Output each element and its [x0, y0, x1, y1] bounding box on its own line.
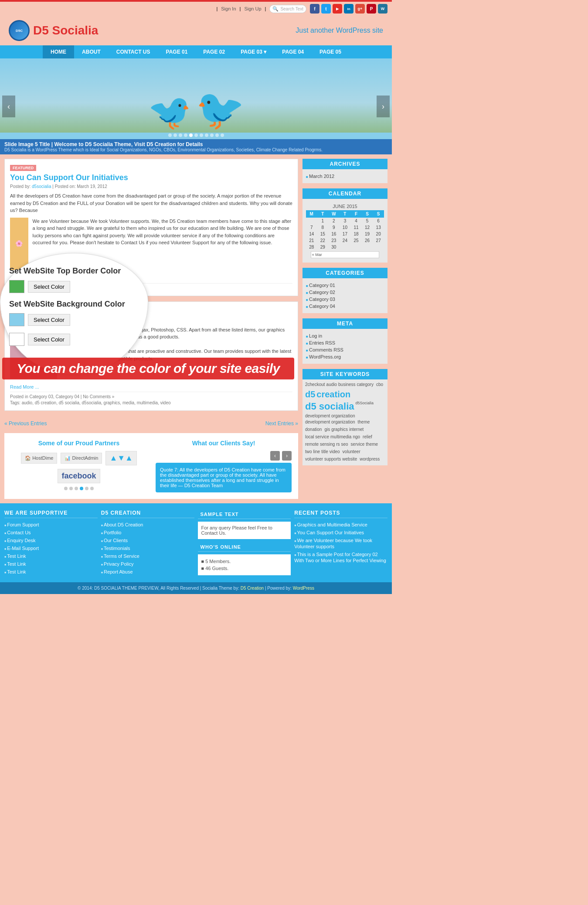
footer-tos[interactable]: Terms of Service [104, 553, 139, 559]
partner-dot-6[interactable] [90, 487, 94, 490]
nav-about[interactable]: ABOUT [74, 45, 109, 58]
nav-page03[interactable]: PAGE 03 ▾ [233, 45, 274, 58]
footer-contact-us[interactable]: Contact Us [7, 530, 31, 535]
bg-select-color-button-2[interactable]: Select Color [28, 334, 70, 345]
nav-home[interactable]: HOME [43, 45, 74, 58]
kw-multimedia[interactable]: multimedia [330, 434, 351, 441]
kw-creation[interactable]: creation [316, 389, 350, 400]
partner-dot-5[interactable] [85, 487, 88, 490]
footer-privacy[interactable]: Privacy Policy [104, 561, 133, 567]
kw-theme2[interactable]: theme [366, 442, 378, 448]
nav-page01[interactable]: PAGE 01 [158, 45, 196, 58]
kw-gis[interactable]: gis [324, 427, 330, 433]
dot-7[interactable] [200, 133, 203, 137]
kw-audio[interactable]: audio [326, 382, 337, 388]
kw-devorg[interactable]: development organization [305, 413, 355, 418]
cat-04[interactable]: Category 04 [309, 304, 335, 309]
recent-post-3[interactable]: We are Volunteer because We took Volunte… [294, 538, 372, 549]
prev-entries[interactable]: « Previous Entries [4, 420, 47, 427]
calendar-nav[interactable] [311, 251, 380, 258]
cat-02[interactable]: Category 02 [309, 290, 335, 295]
cat-01[interactable]: Category 01 [309, 283, 335, 288]
twitter-icon[interactable]: t [321, 4, 331, 14]
footer-forum-support[interactable]: Forum Support [7, 522, 39, 527]
signup-link[interactable]: Sign Up [244, 6, 261, 11]
kw-volunteer[interactable]: volunteer [343, 449, 360, 455]
recent-post-4[interactable]: This is a Sample Post for Category 02 Wi… [294, 552, 386, 563]
dot-5[interactable] [189, 133, 193, 137]
kw-video[interactable]: video [330, 449, 340, 455]
footer-enquiry[interactable]: Enquiry Desk [7, 538, 35, 543]
nav-page04[interactable]: PAGE 04 [274, 45, 312, 58]
slider-next-arrow[interactable]: › [377, 96, 390, 117]
dot-9[interactable] [210, 133, 214, 137]
partner-dot-2[interactable] [69, 487, 73, 490]
footer-about-d5[interactable]: About D5 Creation [104, 522, 143, 527]
nav-page02[interactable]: PAGE 02 [195, 45, 233, 58]
meta-entries-rss[interactable]: Entries RSS [309, 340, 335, 345]
kw-website[interactable]: website [342, 457, 357, 463]
dot-1[interactable] [168, 133, 172, 137]
kw-internet[interactable]: internet [349, 427, 364, 433]
kw-two[interactable]: two [305, 449, 312, 455]
footer-test-link-2[interactable]: Test Link [7, 561, 26, 567]
search-box[interactable]: 🔍 Search Text [269, 5, 306, 13]
footer-email-support[interactable]: E-Mail Support [7, 546, 39, 551]
signin-link[interactable]: Sign In [221, 6, 236, 11]
dot-3[interactable] [179, 133, 182, 137]
dot-10[interactable] [215, 133, 219, 137]
footer-portfolio[interactable]: Portfolio [104, 530, 121, 535]
meta-login[interactable]: Log in [309, 333, 322, 338]
recent-post-2[interactable]: You Can Support Our Initiatives [297, 530, 364, 535]
footer-test-link-1[interactable]: Test Link [7, 553, 26, 559]
pinterest-icon[interactable]: P [367, 4, 376, 14]
linkedin-icon[interactable]: in [344, 4, 353, 14]
testimonial-prev[interactable]: ‹ [270, 451, 280, 461]
archive-march2012[interactable]: March 2012 [309, 174, 334, 179]
googleplus-icon[interactable]: g+ [355, 4, 365, 14]
d5creation-link[interactable]: D5 Creation [241, 586, 264, 591]
kw-volunteersupports[interactable]: volunteer supports [305, 457, 341, 463]
kw-category[interactable]: category [357, 382, 374, 388]
facebook-icon[interactable]: f [310, 4, 319, 14]
kw-d5[interactable]: d5 [305, 389, 315, 400]
kw-localservice[interactable]: local service [305, 434, 329, 441]
wordpress-icon[interactable]: W [378, 4, 387, 14]
dot-4[interactable] [184, 133, 187, 137]
partner-dot-4[interactable] [80, 487, 83, 490]
recent-post-1[interactable]: Graphics and Multimedia Service [297, 522, 367, 527]
kw-d5socialia[interactable]: d5 socialia [305, 401, 354, 412]
cat-03[interactable]: Category 03 [309, 297, 335, 302]
footer-clients[interactable]: Our Clients [104, 538, 128, 543]
kw-relief[interactable]: relief [363, 434, 372, 441]
dot-6[interactable] [194, 133, 198, 137]
footer-test-link-3[interactable]: Test Link [7, 569, 26, 574]
kw-d5socialia2[interactable]: d5Socialia [356, 401, 374, 412]
bg-select-color-button-1[interactable]: Select Color [28, 314, 70, 326]
next-entries[interactable]: Next Entries » [265, 420, 298, 427]
wordpress-link[interactable]: WordPress [293, 586, 314, 591]
youtube-icon[interactable]: ▶ [333, 4, 342, 14]
kw-service[interactable]: service [351, 442, 365, 448]
footer-report-abuse[interactable]: Report Abuse [104, 569, 133, 574]
kw-cbo[interactable]: cbo [376, 382, 383, 388]
kw-theme[interactable]: theme [358, 420, 370, 426]
post-author-1[interactable]: d5socialia [32, 184, 51, 189]
testimonial-next[interactable]: › [282, 451, 292, 461]
partner-dot-3[interactable] [75, 487, 78, 490]
kw-business[interactable]: business [338, 382, 355, 388]
dot-2[interactable] [173, 133, 177, 137]
top-border-select-color-button[interactable]: Select Color [28, 281, 70, 293]
slider-prev-arrow[interactable]: ‹ [2, 96, 15, 117]
kw-ngo[interactable]: ngo [353, 434, 360, 441]
kw-2checkout[interactable]: 2checkout [305, 382, 325, 388]
footer-testimonials[interactable]: Testimonials [104, 546, 130, 551]
kw-seo[interactable]: seo [341, 442, 348, 448]
kw-devorg2[interactable]: development organization [305, 420, 355, 426]
read-more-2[interactable]: Read More ... [10, 384, 292, 389]
partner-dot-1[interactable] [64, 487, 68, 490]
meta-wordpress[interactable]: WordPress.org [309, 354, 341, 359]
kw-wordpress[interactable]: wordpress [360, 457, 380, 463]
kw-title[interactable]: title [321, 449, 328, 455]
nav-contact[interactable]: CONTACT US [109, 45, 158, 58]
